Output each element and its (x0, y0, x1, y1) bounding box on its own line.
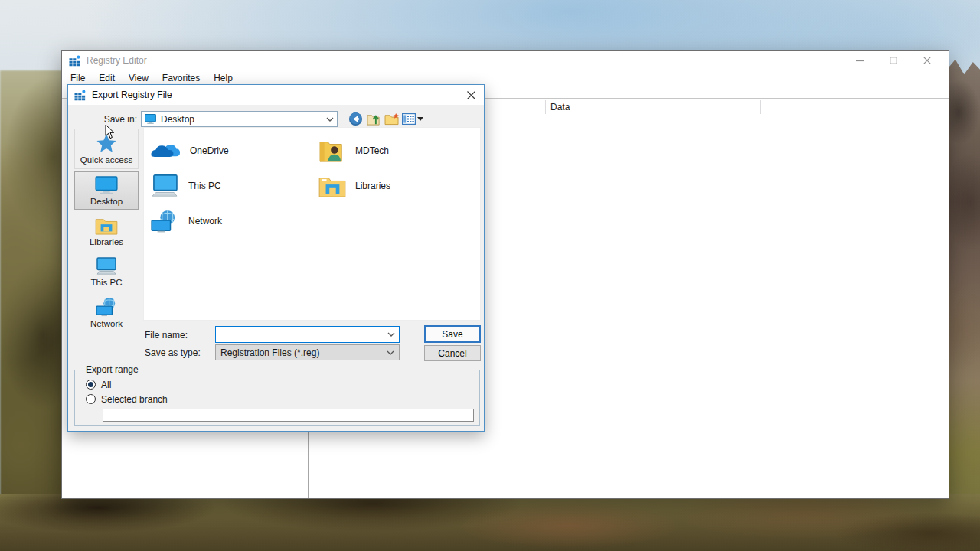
sidebar-item-label: Quick access (80, 155, 132, 165)
file-item-label: Libraries (355, 181, 390, 191)
menu-help[interactable]: Help (207, 73, 240, 83)
sidebar-item-desktop[interactable]: Desktop (74, 171, 139, 210)
menu-view[interactable]: View (122, 73, 155, 83)
minimize-button[interactable] (843, 51, 877, 70)
menu-edit[interactable]: Edit (92, 73, 122, 83)
radio-all-label: All (101, 380, 111, 390)
chevron-down-icon (326, 117, 334, 122)
user-folder-icon (318, 139, 346, 163)
file-item-libraries[interactable]: Libraries (318, 172, 390, 200)
sidebar-item-this-pc[interactable]: This PC (74, 253, 139, 291)
view-menu-button[interactable] (401, 111, 424, 127)
chevron-down-icon (387, 332, 395, 337)
desktop: Registry Editor File Edit View Favorites… (0, 0, 980, 551)
regedit-icon (74, 90, 86, 101)
file-list[interactable]: OneDrive This PC (143, 127, 481, 321)
network-icon (95, 297, 118, 317)
maximize-button[interactable] (877, 51, 910, 70)
new-folder-button[interactable] (384, 111, 400, 127)
close-button[interactable] (910, 51, 944, 70)
text-caret (220, 330, 220, 340)
radio-selected-branch[interactable] (86, 394, 96, 404)
selected-branch-input[interactable] (103, 409, 474, 422)
sidebar-item-label: Libraries (90, 237, 123, 246)
up-one-level-button[interactable] (366, 111, 382, 127)
file-item-mdtech[interactable]: MDTech (318, 137, 389, 165)
file-name-input[interactable] (215, 326, 400, 343)
desktop-icon (95, 176, 118, 194)
window-title: Registry Editor (87, 55, 147, 66)
file-name-field[interactable] (216, 327, 217, 342)
file-item-onedrive[interactable]: OneDrive (150, 137, 229, 165)
computer-icon (150, 174, 179, 197)
save-as-type-value: Registration Files (*.reg) (220, 347, 319, 358)
cursor-arrow (105, 124, 115, 139)
radio-selected-branch-label: Selected branch (101, 394, 168, 405)
file-item-this-pc[interactable]: This PC (150, 172, 221, 200)
radio-all[interactable] (86, 380, 96, 390)
menu-bar: File Edit View Favorites Help (62, 70, 949, 86)
export-registry-dialog: Export Registry File Save in: Desktop (67, 84, 485, 432)
chevron-down-icon (417, 117, 423, 121)
file-item-network[interactable]: Network (150, 207, 222, 235)
file-item-label: Network (188, 216, 222, 227)
save-in-label: Save in: (68, 114, 137, 125)
save-button-label: Save (442, 329, 462, 340)
desktop-icon (145, 114, 156, 124)
menu-file[interactable]: File (64, 73, 92, 83)
onedrive-icon (150, 141, 181, 161)
cancel-button-label: Cancel (438, 348, 466, 359)
sidebar-item-network[interactable]: Network (74, 293, 139, 331)
sidebar-item-label: This PC (91, 278, 122, 287)
chevron-down-icon (387, 350, 394, 355)
sidebar-item-label: Desktop (90, 197, 122, 206)
libraries-folder-icon (95, 217, 118, 235)
column-separator[interactable] (545, 100, 546, 114)
back-button[interactable] (348, 111, 364, 127)
menu-favorites[interactable]: Favorites (155, 73, 207, 83)
registry-titlebar[interactable]: Registry Editor (62, 51, 949, 70)
network-icon (150, 210, 179, 233)
file-name-label: File name: (145, 330, 188, 341)
wallpaper-vegetation (0, 70, 70, 551)
file-item-label: OneDrive (190, 145, 229, 156)
file-item-label: MDTech (355, 145, 389, 156)
wallpaper-mountains (945, 52, 980, 551)
save-button[interactable]: Save (424, 325, 481, 343)
wallpaper-ground (0, 494, 980, 551)
dialog-close-button[interactable] (465, 89, 477, 101)
column-header-data[interactable]: Data (550, 102, 570, 112)
export-range-label: Export range (83, 364, 142, 375)
cancel-button[interactable]: Cancel (424, 345, 481, 361)
dialog-title: Export Registry File (92, 90, 172, 100)
sidebar-item-label: Network (90, 319, 122, 328)
save-in-dropdown[interactable]: Desktop (141, 111, 338, 127)
file-item-label: This PC (188, 181, 221, 191)
sidebar-item-libraries[interactable]: Libraries (74, 212, 139, 250)
regedit-icon (69, 55, 80, 67)
save-as-type-label: Save as type: (145, 347, 201, 358)
libraries-folder-icon (318, 174, 346, 197)
column-separator[interactable] (760, 100, 761, 114)
export-range-group: Export range All Selected branch (74, 370, 480, 426)
computer-icon (95, 257, 118, 276)
save-in-value: Desktop (161, 114, 326, 125)
save-as-type-dropdown[interactable]: Registration Files (*.reg) (215, 344, 400, 360)
dialog-titlebar[interactable]: Export Registry File (68, 85, 484, 105)
